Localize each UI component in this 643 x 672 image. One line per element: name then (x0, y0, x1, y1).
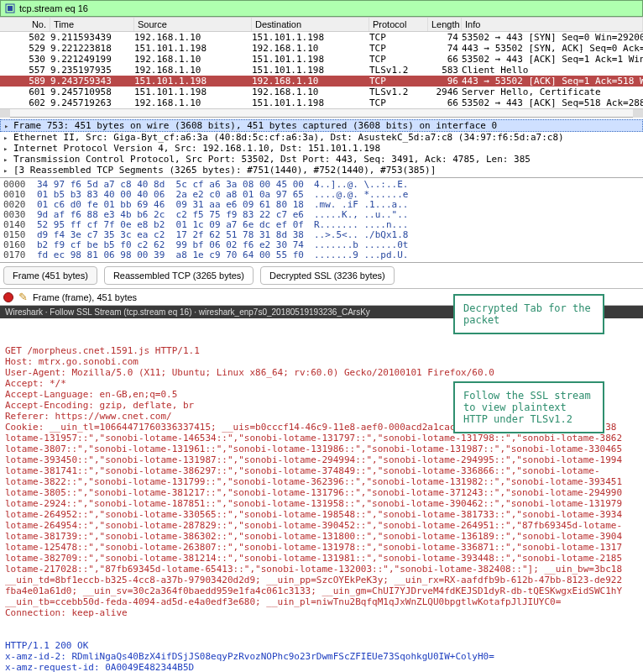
tab-decrypted-ssl[interactable]: Decrypted SSL (3236 bytes) (260, 266, 395, 285)
detail-line[interactable]: ▸[3 Reassembled TCP Segments (3265 bytes… (0, 165, 643, 176)
packet-row[interactable]: 6019.245710958151.101.1.198192.168.1.10T… (0, 87, 643, 97)
col-proto-header[interactable]: Protocol (369, 18, 428, 31)
packet-dst: 151.101.1.198 (252, 65, 369, 76)
expand-icon[interactable]: ▸ (3, 165, 8, 176)
packet-row[interactable]: 5579.235197935192.168.1.10151.101.1.198T… (0, 65, 643, 76)
packet-dst: 192.168.1.10 (252, 43, 369, 54)
detail-line[interactable]: ▸Ethernet II, Src: Giga-Byt_cf:a6:3a (40… (0, 132, 643, 143)
packet-row[interactable]: 5299.221223818151.101.1.198192.168.1.10T… (0, 43, 643, 54)
col-len-header[interactable]: Length (428, 18, 462, 31)
hex-bytes: fd ec 98 81 06 98 00 39 a8 1e c9 70 64 0… (37, 250, 304, 260)
packet-no: 601 (0, 87, 50, 97)
packet-info: 53502 → 443 [ACK] Seq=1 Ack=1 Win= (462, 54, 643, 65)
status-text: Frame (frame), 451 bytes (33, 292, 137, 302)
packet-no: 529 (0, 43, 50, 54)
detail-text: Internet Protocol Version 4, Src: 192.16… (13, 143, 380, 154)
tab-reassembled-tcp[interactable]: Reassembled TCP (3265 bytes) (104, 266, 254, 285)
tab-frame[interactable]: Frame (451 bytes) (3, 266, 97, 285)
col-no-header[interactable]: No. (0, 18, 50, 31)
http-response-block[interactable]: HTTP/1.1 200 OK x-amz-id-2: RDmliNgaQs40… (5, 640, 638, 672)
expand-icon[interactable]: ▸ (4, 121, 8, 132)
detail-line[interactable]: ▸Transmission Control Protocol, Src Port… (0, 154, 643, 165)
packet-no: 557 (0, 65, 50, 76)
packet-row[interactable]: 6029.245719263192.168.1.10151.101.1.198T… (0, 97, 643, 108)
packet-dst: 151.101.1.198 (252, 97, 369, 108)
packet-dst: 151.101.1.198 (252, 32, 369, 43)
packet-no: 602 (0, 97, 50, 108)
packet-time: 9.211593439 (50, 32, 134, 43)
packet-proto: TLSv1.2 (369, 65, 428, 76)
packet-hscroll[interactable] (0, 108, 643, 117)
hex-ascii: .......9 ...pd.U. (314, 250, 409, 260)
edit-icon[interactable]: ✎ (18, 291, 28, 303)
packet-src: 192.168.1.10 (134, 97, 252, 108)
packet-len: 74 (428, 43, 462, 54)
packet-len: 583 (428, 65, 462, 76)
packet-info: 53502 → 443 [ACK] Seq=518 Ack=288 (462, 97, 643, 108)
detail-line[interactable]: ▸Internet Protocol Version 4, Src: 192.1… (0, 143, 643, 154)
packet-no: 502 (0, 32, 50, 43)
packet-dst: 192.168.1.10 (252, 76, 369, 87)
packet-info: 53502 → 443 [SYN] Seq=0 Win=29200 (462, 32, 643, 43)
detail-text: Transmission Control Protocol, Src Port:… (13, 154, 531, 165)
packet-len: 66 (428, 54, 462, 65)
packet-row[interactable]: 5029.211593439192.168.1.10151.101.1.198T… (0, 32, 643, 43)
display-filter-text[interactable]: tcp.stream eq 16 (19, 3, 88, 13)
col-dst-header[interactable]: Destination (252, 18, 369, 31)
bookmark-icon[interactable] (4, 3, 16, 14)
packet-row[interactable]: 5899.243759343151.101.1.198192.168.1.10T… (0, 76, 643, 87)
packet-time: 9.245710958 (50, 87, 134, 97)
packet-src: 151.101.1.198 (134, 76, 252, 87)
packet-src: 151.101.1.198 (134, 43, 252, 54)
packet-info: 443 → 53502 [SYN, ACK] Seq=0 Ack= (462, 43, 643, 54)
packet-src: 192.168.1.10 (134, 54, 252, 65)
annotation-follow-ssl: Follow the SSL stream to view plaintext … (453, 381, 604, 433)
packet-info: 443 → 53502 [ACK] Seq=1 Ack=518 W (462, 76, 643, 87)
follow-stream-pane[interactable]: GET /morpheus.cnet.1591.js HTTP/1.1 Host… (0, 318, 643, 672)
packet-info: Client Hello (462, 65, 643, 76)
expand-icon[interactable]: ▸ (3, 133, 8, 143)
hex-line[interactable]: 0170fd ec 98 81 06 98 00 39 a8 1e c9 70 … (3, 250, 640, 260)
col-info-header[interactable]: Info (462, 18, 643, 31)
annotation-decrypted-tab: Decrypted Tab for the packet (453, 294, 604, 334)
bytes-tabs: Frame (451 bytes) Reassembled TCP (3265 … (0, 263, 643, 289)
packet-proto: TCP (369, 97, 428, 108)
col-src-header[interactable]: Source (134, 18, 252, 31)
detail-line[interactable]: ▸Frame 753: 451 bytes on wire (3608 bits… (0, 119, 643, 132)
detail-text: Ethernet II, Src: Giga-Byt_cf:a6:3a (40:… (13, 132, 564, 143)
packet-proto: TCP (369, 32, 428, 43)
packet-proto: TCP (369, 43, 428, 54)
detail-text: Frame 753: 451 bytes on wire (3608 bits)… (13, 120, 497, 131)
scroll-left-icon[interactable] (0, 109, 10, 118)
scroll-right-icon[interactable] (633, 109, 643, 118)
packet-proto: TCP (369, 54, 428, 65)
packet-row[interactable]: 5309.221249199192.168.1.10151.101.1.198T… (0, 54, 643, 65)
packet-list-header: No. Time Source Destination Protocol Len… (0, 17, 643, 32)
hex-dump-pane[interactable]: 000034 97 f6 5d a7 c8 40 8d 5c cf a6 3a … (0, 178, 643, 263)
svg-rect-1 (8, 6, 13, 11)
expand-icon[interactable]: ▸ (3, 155, 8, 165)
packet-time: 9.221249199 (50, 54, 134, 65)
packet-len: 74 (428, 32, 462, 43)
packet-time: 9.235197935 (50, 65, 134, 76)
packet-no: 589 (0, 76, 50, 87)
packet-len: 2946 (428, 87, 462, 97)
packet-time: 9.221223818 (50, 43, 134, 54)
display-filter-bar[interactable]: tcp.stream eq 16 (0, 0, 643, 17)
hex-addr: 0170 (3, 250, 37, 260)
packet-proto: TCP (369, 76, 428, 87)
packet-dst: 151.101.1.198 (252, 54, 369, 65)
packet-proto: TLSv1.2 (369, 87, 428, 97)
col-time-header[interactable]: Time (50, 18, 134, 31)
packet-src: 151.101.1.198 (134, 87, 252, 97)
expand-icon[interactable]: ▸ (3, 144, 8, 154)
packet-details-tree[interactable]: ▸Frame 753: 451 bytes on wire (3608 bits… (0, 117, 643, 178)
packet-len: 66 (428, 97, 462, 108)
packet-list[interactable]: 5029.211593439192.168.1.10151.101.1.198T… (0, 32, 643, 108)
packet-time: 9.243759343 (50, 76, 134, 87)
packet-no: 530 (0, 54, 50, 65)
packet-src: 192.168.1.10 (134, 32, 252, 43)
packet-info: Server Hello, Certificate (462, 87, 643, 97)
packet-len: 96 (428, 76, 462, 87)
expert-info-icon[interactable] (3, 292, 13, 302)
